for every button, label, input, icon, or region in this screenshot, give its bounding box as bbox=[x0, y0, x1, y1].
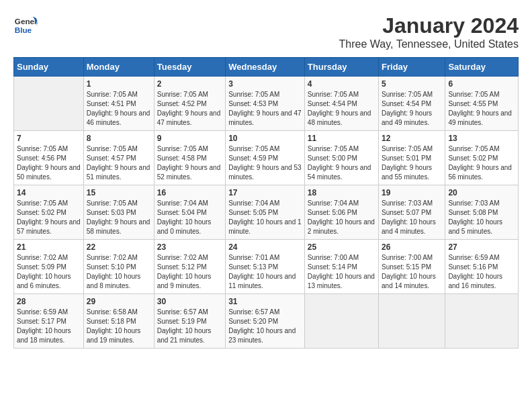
calendar-cell: 16 Sunrise: 7:04 AMSunset: 5:04 PMDaylig… bbox=[154, 185, 225, 240]
day-number: 10 bbox=[228, 134, 302, 143]
day-number: 30 bbox=[157, 297, 222, 306]
calendar-cell: 29 Sunrise: 6:58 AMSunset: 5:18 PMDaylig… bbox=[83, 294, 154, 349]
calendar-week-row: 21 Sunrise: 7:02 AMSunset: 5:09 PMDaylig… bbox=[14, 240, 519, 294]
calendar-cell: 13 Sunrise: 7:05 AMSunset: 5:02 PMDaylig… bbox=[445, 131, 519, 185]
calendar-cell: 5 Sunrise: 7:05 AMSunset: 4:54 PMDayligh… bbox=[379, 77, 445, 131]
day-info: Sunrise: 6:57 AMSunset: 5:20 PMDaylight:… bbox=[228, 308, 302, 345]
day-number: 12 bbox=[382, 134, 442, 143]
day-number: 24 bbox=[228, 242, 302, 252]
calendar-body: 1 Sunrise: 7:05 AMSunset: 4:51 PMDayligh… bbox=[14, 77, 519, 349]
day-number: 15 bbox=[87, 188, 151, 197]
calendar-cell: 9 Sunrise: 7:05 AMSunset: 4:58 PMDayligh… bbox=[154, 131, 225, 185]
day-info: Sunrise: 7:05 AMSunset: 4:54 PMDaylight:… bbox=[382, 90, 442, 128]
day-number: 23 bbox=[157, 242, 222, 252]
day-number: 22 bbox=[87, 242, 151, 252]
calendar-cell: 18 Sunrise: 7:04 AMSunset: 5:06 PMDaylig… bbox=[304, 185, 378, 240]
page-subtitle: Three Way, Tennessee, United States bbox=[339, 38, 519, 50]
day-info: Sunrise: 7:05 AMSunset: 4:58 PMDaylight:… bbox=[157, 144, 222, 182]
calendar-cell: 31 Sunrise: 6:57 AMSunset: 5:20 PMDaylig… bbox=[226, 294, 305, 349]
day-info: Sunrise: 6:59 AMSunset: 5:16 PMDaylight:… bbox=[448, 253, 515, 291]
calendar-cell: 14 Sunrise: 7:05 AMSunset: 5:02 PMDaylig… bbox=[14, 185, 84, 240]
day-info: Sunrise: 7:00 AMSunset: 5:15 PMDaylight:… bbox=[382, 253, 442, 291]
logo-icon: General Blue bbox=[13, 13, 38, 38]
day-number: 1 bbox=[87, 79, 151, 89]
day-header-tuesday: Tuesday bbox=[154, 58, 225, 77]
day-number: 19 bbox=[382, 188, 442, 197]
day-number: 25 bbox=[308, 242, 375, 252]
day-info: Sunrise: 6:57 AMSunset: 5:19 PMDaylight:… bbox=[157, 308, 222, 345]
day-info: Sunrise: 7:05 AMSunset: 4:54 PMDaylight:… bbox=[308, 90, 375, 128]
day-info: Sunrise: 7:05 AMSunset: 4:55 PMDaylight:… bbox=[448, 90, 515, 128]
day-info: Sunrise: 7:05 AMSunset: 4:52 PMDaylight:… bbox=[157, 90, 222, 128]
day-number: 31 bbox=[228, 297, 302, 306]
day-header-friday: Friday bbox=[379, 58, 445, 77]
svg-text:Blue: Blue bbox=[15, 26, 32, 34]
calendar-cell: 2 Sunrise: 7:05 AMSunset: 4:52 PMDayligh… bbox=[154, 77, 225, 131]
day-header-thursday: Thursday bbox=[304, 58, 378, 77]
day-info: Sunrise: 7:00 AMSunset: 5:14 PMDaylight:… bbox=[308, 253, 375, 291]
day-number: 7 bbox=[17, 134, 81, 143]
day-info: Sunrise: 7:02 AMSunset: 5:09 PMDaylight:… bbox=[17, 253, 81, 291]
day-header-saturday: Saturday bbox=[445, 58, 519, 77]
day-info: Sunrise: 7:02 AMSunset: 5:12 PMDaylight:… bbox=[157, 253, 222, 291]
day-info: Sunrise: 7:04 AMSunset: 5:04 PMDaylight:… bbox=[157, 199, 222, 236]
day-info: Sunrise: 7:05 AMSunset: 5:01 PMDaylight:… bbox=[382, 144, 442, 182]
day-number: 29 bbox=[87, 297, 151, 306]
day-info: Sunrise: 7:05 AMSunset: 4:59 PMDaylight:… bbox=[228, 144, 302, 182]
calendar-cell: 23 Sunrise: 7:02 AMSunset: 5:12 PMDaylig… bbox=[154, 240, 225, 294]
calendar-cell: 8 Sunrise: 7:05 AMSunset: 4:57 PMDayligh… bbox=[83, 131, 154, 185]
day-info: Sunrise: 6:59 AMSunset: 5:17 PMDaylight:… bbox=[17, 308, 81, 345]
calendar-cell: 27 Sunrise: 6:59 AMSunset: 5:16 PMDaylig… bbox=[445, 240, 519, 294]
calendar-cell: 30 Sunrise: 6:57 AMSunset: 5:19 PMDaylig… bbox=[154, 294, 225, 349]
calendar-cell: 17 Sunrise: 7:04 AMSunset: 5:05 PMDaylig… bbox=[226, 185, 305, 240]
calendar-cell: 7 Sunrise: 7:05 AMSunset: 4:56 PMDayligh… bbox=[14, 131, 84, 185]
day-number: 11 bbox=[308, 134, 375, 143]
calendar-cell: 11 Sunrise: 7:05 AMSunset: 5:00 PMDaylig… bbox=[304, 131, 378, 185]
calendar-cell: 21 Sunrise: 7:02 AMSunset: 5:09 PMDaylig… bbox=[14, 240, 84, 294]
calendar-cell: 12 Sunrise: 7:05 AMSunset: 5:01 PMDaylig… bbox=[379, 131, 445, 185]
calendar-week-row: 28 Sunrise: 6:59 AMSunset: 5:17 PMDaylig… bbox=[14, 294, 519, 349]
day-number: 8 bbox=[87, 134, 151, 143]
calendar-cell bbox=[379, 294, 445, 349]
day-number: 5 bbox=[382, 79, 442, 89]
day-info: Sunrise: 7:05 AMSunset: 5:02 PMDaylight:… bbox=[17, 199, 81, 236]
calendar-cell: 4 Sunrise: 7:05 AMSunset: 4:54 PMDayligh… bbox=[304, 77, 378, 131]
day-number: 26 bbox=[382, 242, 442, 252]
calendar-cell: 26 Sunrise: 7:00 AMSunset: 5:15 PMDaylig… bbox=[379, 240, 445, 294]
calendar-cell bbox=[304, 294, 378, 349]
calendar-cell: 6 Sunrise: 7:05 AMSunset: 4:55 PMDayligh… bbox=[445, 77, 519, 131]
day-info: Sunrise: 7:05 AMSunset: 4:51 PMDaylight:… bbox=[87, 90, 151, 128]
day-number: 27 bbox=[448, 242, 515, 252]
calendar-week-row: 1 Sunrise: 7:05 AMSunset: 4:51 PMDayligh… bbox=[14, 77, 519, 131]
day-number: 14 bbox=[17, 188, 81, 197]
day-info: Sunrise: 7:05 AMSunset: 4:57 PMDaylight:… bbox=[87, 144, 151, 182]
calendar-cell: 24 Sunrise: 7:01 AMSunset: 5:13 PMDaylig… bbox=[226, 240, 305, 294]
day-number: 9 bbox=[157, 134, 222, 143]
day-info: Sunrise: 7:03 AMSunset: 5:07 PMDaylight:… bbox=[382, 199, 442, 236]
day-info: Sunrise: 6:58 AMSunset: 5:18 PMDaylight:… bbox=[87, 308, 151, 345]
calendar-header-row: SundayMondayTuesdayWednesdayThursdayFrid… bbox=[14, 58, 519, 77]
calendar-week-row: 7 Sunrise: 7:05 AMSunset: 4:56 PMDayligh… bbox=[14, 131, 519, 185]
day-number: 20 bbox=[448, 188, 515, 197]
day-header-wednesday: Wednesday bbox=[226, 58, 305, 77]
day-info: Sunrise: 7:03 AMSunset: 5:08 PMDaylight:… bbox=[448, 199, 515, 236]
day-number: 16 bbox=[157, 188, 222, 197]
day-number: 17 bbox=[228, 188, 302, 197]
calendar-table: SundayMondayTuesdayWednesdayThursdayFrid… bbox=[13, 57, 519, 349]
calendar-cell: 1 Sunrise: 7:05 AMSunset: 4:51 PMDayligh… bbox=[83, 77, 154, 131]
day-info: Sunrise: 7:04 AMSunset: 5:05 PMDaylight:… bbox=[228, 199, 302, 236]
calendar-cell: 15 Sunrise: 7:05 AMSunset: 5:03 PMDaylig… bbox=[83, 185, 154, 240]
calendar-cell: 19 Sunrise: 7:03 AMSunset: 5:07 PMDaylig… bbox=[379, 185, 445, 240]
day-info: Sunrise: 7:01 AMSunset: 5:13 PMDaylight:… bbox=[228, 253, 302, 291]
day-number: 6 bbox=[448, 79, 515, 89]
logo: General Blue bbox=[13, 13, 38, 38]
day-info: Sunrise: 7:05 AMSunset: 4:56 PMDaylight:… bbox=[17, 144, 81, 182]
calendar-cell: 25 Sunrise: 7:00 AMSunset: 5:14 PMDaylig… bbox=[304, 240, 378, 294]
day-number: 2 bbox=[157, 79, 222, 89]
calendar-week-row: 14 Sunrise: 7:05 AMSunset: 5:02 PMDaylig… bbox=[14, 185, 519, 240]
calendar-cell bbox=[445, 294, 519, 349]
calendar-cell: 10 Sunrise: 7:05 AMSunset: 4:59 PMDaylig… bbox=[226, 131, 305, 185]
page-header: General Blue January 2024 Three Way, Ten… bbox=[13, 13, 519, 50]
calendar-cell: 3 Sunrise: 7:05 AMSunset: 4:53 PMDayligh… bbox=[226, 77, 305, 131]
day-number: 4 bbox=[308, 79, 375, 89]
